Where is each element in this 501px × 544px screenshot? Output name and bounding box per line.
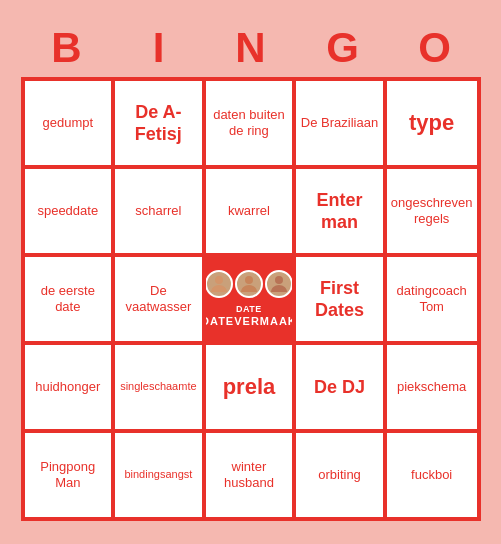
cell-4-0: Pingpong Man <box>23 431 114 519</box>
cell-3-1: singleschaamte <box>113 343 204 431</box>
bingo-header: B I N G O <box>21 23 481 73</box>
logo-text-date: date <box>204 304 295 315</box>
center-image: date DATEVERMAAK <box>206 257 293 341</box>
cell-1-3: Enter man <box>294 167 385 255</box>
letter-o: O <box>389 23 481 73</box>
bingo-grid: gedumpt De A-Fetisj daten buiten de ring… <box>21 77 481 521</box>
face-1 <box>205 270 233 298</box>
cell-1-2: kwarrel <box>204 167 295 255</box>
letter-b: B <box>21 23 113 73</box>
cell-0-2: daten buiten de ring <box>204 79 295 167</box>
cell-3-2: prela <box>204 343 295 431</box>
logo-brand: DATEVERMAAK <box>204 315 295 329</box>
face-2 <box>235 270 263 298</box>
cell-3-4: piekschema <box>385 343 479 431</box>
cell-4-3: orbiting <box>294 431 385 519</box>
cell-0-3: De Braziliaan <box>294 79 385 167</box>
face-3 <box>265 270 293 298</box>
cell-4-4: fuckboi <box>385 431 479 519</box>
cell-2-1: De vaatwasser <box>113 255 204 343</box>
letter-i: I <box>113 23 205 73</box>
letter-n: N <box>205 23 297 73</box>
cell-2-3: First Dates <box>294 255 385 343</box>
cell-4-2: winter husband <box>204 431 295 519</box>
cell-4-1: bindingsangst <box>113 431 204 519</box>
cell-0-4: type <box>385 79 479 167</box>
letter-g: G <box>297 23 389 73</box>
svg-point-1 <box>245 276 253 284</box>
faces-row <box>205 270 293 298</box>
cell-2-2-center: date DATEVERMAAK <box>204 255 295 343</box>
cell-1-4: ongeschreven regels <box>385 167 479 255</box>
cell-2-0: de eerste date <box>23 255 114 343</box>
cell-3-0: huidhonger <box>23 343 114 431</box>
cell-3-3: De DJ <box>294 343 385 431</box>
svg-point-0 <box>215 276 223 284</box>
cell-1-1: scharrel <box>113 167 204 255</box>
svg-point-2 <box>275 276 283 284</box>
cell-0-0: gedumpt <box>23 79 114 167</box>
cell-2-4: datingcoach Tom <box>385 255 479 343</box>
cell-0-1: De A-Fetisj <box>113 79 204 167</box>
cell-1-0: speeddate <box>23 167 114 255</box>
bingo-card: B I N G O gedumpt De A-Fetisj daten buit… <box>11 13 491 531</box>
